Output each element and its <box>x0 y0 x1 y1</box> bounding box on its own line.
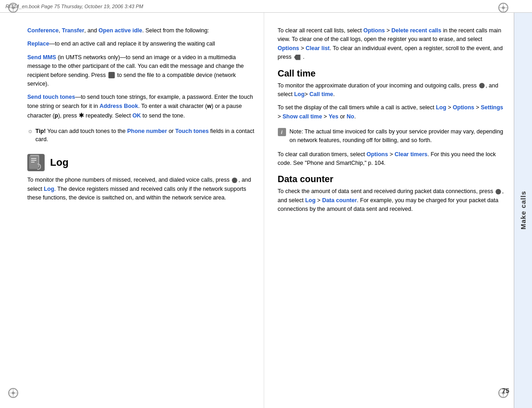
log-text: To monitor the phone numbers of missed, … <box>27 176 255 202</box>
options-link-1[interactable]: Options <box>363 27 385 34</box>
backspace-icon <box>294 55 301 60</box>
delete-recent-calls-link[interactable]: Delete recent calls <box>391 27 441 34</box>
intro-text3: . Select from the following: <box>142 27 209 34</box>
options-link-3[interactable]: Options <box>453 104 474 111</box>
conference-link[interactable]: Conference <box>27 27 59 34</box>
note-box: i Note: The actual time invoiced for cal… <box>278 126 505 147</box>
send-touch-tones-text3: repeatedly. Select <box>84 112 133 119</box>
options-link-4[interactable]: Options <box>367 151 388 158</box>
send-touch-tones-item: Send touch tones—to send touch tone stri… <box>27 93 255 120</box>
right-column: To clear all recent call lists, select O… <box>264 13 514 408</box>
page-container: RIT14_en.book Page 75 Thursday, October … <box>0 0 532 408</box>
open-active-idle-link[interactable]: Open active idle <box>98 27 142 34</box>
svg-rect-2 <box>31 158 36 159</box>
send-touch-tones-text4: to send the tone. <box>141 112 185 119</box>
intro-paragraph: Conference, Transfer, and Open active id… <box>27 26 255 35</box>
call-time-link[interactable]: Call time <box>309 91 333 97</box>
log-icon <box>27 154 45 171</box>
main-content: Conference, Transfer, and Open active id… <box>0 13 514 408</box>
send-file-icon <box>108 72 115 78</box>
svg-rect-3 <box>31 160 36 161</box>
call-time-para2: To set the display of the call timers wh… <box>278 103 505 121</box>
call-time-para3: To clear call duration timers, select Op… <box>278 150 505 168</box>
right-sidebar: Make calls <box>514 13 532 408</box>
ok-link[interactable]: OK <box>133 112 141 119</box>
show-call-time-link[interactable]: Show call time <box>282 113 322 120</box>
page-number: 75 <box>502 387 509 394</box>
note-icon: i <box>278 128 286 136</box>
log-heading: Log <box>50 157 68 168</box>
data-counter-link[interactable]: Data counter <box>322 197 357 204</box>
log-link-2[interactable]: Log <box>294 91 305 97</box>
no-link[interactable]: No <box>347 113 354 120</box>
svg-rect-4 <box>31 162 35 163</box>
call-time-heading: Call time <box>278 68 505 79</box>
settings-link[interactable]: Settings <box>481 104 503 111</box>
options-link-2[interactable]: Options <box>278 45 299 51</box>
replace-item: Replace—to end an active call and replac… <box>27 40 255 48</box>
send-mms-label: Send MMS <box>27 54 56 61</box>
tip-icon: ☼ <box>27 127 33 134</box>
send-mms-item: Send MMS (in UMTS networks only)—to send… <box>27 53 255 89</box>
log-link-4[interactable]: Log <box>305 197 316 204</box>
intro-text2: , and <box>84 27 98 34</box>
left-column: Conference, Transfer, and Open active id… <box>0 13 264 408</box>
top-header: RIT14_en.book Page 75 Thursday, October … <box>0 0 532 13</box>
address-book-link[interactable]: Address Book <box>99 103 138 109</box>
clear-list-link[interactable]: Clear list <box>306 45 330 51</box>
log-section: Log <box>27 154 255 171</box>
note-text: Note: The actual time invoiced for calls… <box>290 128 505 145</box>
tip-text: Tip! You can add touch tones to the Phon… <box>36 127 255 144</box>
touch-tones-link[interactable]: Touch tones <box>175 128 209 134</box>
replace-label: Replace <box>27 41 49 47</box>
log-link-3[interactable]: Log <box>436 104 446 111</box>
log-press-icon <box>232 178 237 183</box>
tip-box: ☼ Tip! You can add touch tones to the Ph… <box>27 125 255 146</box>
clear-calls-text: To clear all recent call lists, select O… <box>278 26 505 62</box>
sidebar-label: Make calls <box>519 191 527 230</box>
intro-text1: , <box>59 27 62 34</box>
calls-press-icon <box>479 83 485 88</box>
send-touch-tones-label: Send touch tones <box>27 94 75 100</box>
data-press-icon <box>496 189 501 194</box>
corner-decoration-tl <box>8 3 18 13</box>
data-counter-heading: Data counter <box>278 174 505 184</box>
clear-timers-link[interactable]: Clear timers <box>394 151 427 158</box>
phone-number-link[interactable]: Phone number <box>127 128 167 134</box>
call-time-para1: To monitor the approximate duration of y… <box>278 82 505 99</box>
transfer-link[interactable]: Transfer <box>62 27 84 34</box>
note-icon-symbol: i <box>281 129 282 135</box>
yes-link[interactable]: Yes <box>328 113 338 120</box>
header-text: RIT14_en.book Page 75 Thursday, October … <box>5 4 143 9</box>
corner-decoration-tr <box>498 3 508 13</box>
data-counter-para: To check the amount of data sent and rec… <box>278 187 505 214</box>
log-link[interactable]: Log <box>44 186 54 192</box>
asterisk-symbol: ✱ <box>79 112 84 119</box>
replace-dash: —to end an active call and replace it by… <box>49 41 215 47</box>
